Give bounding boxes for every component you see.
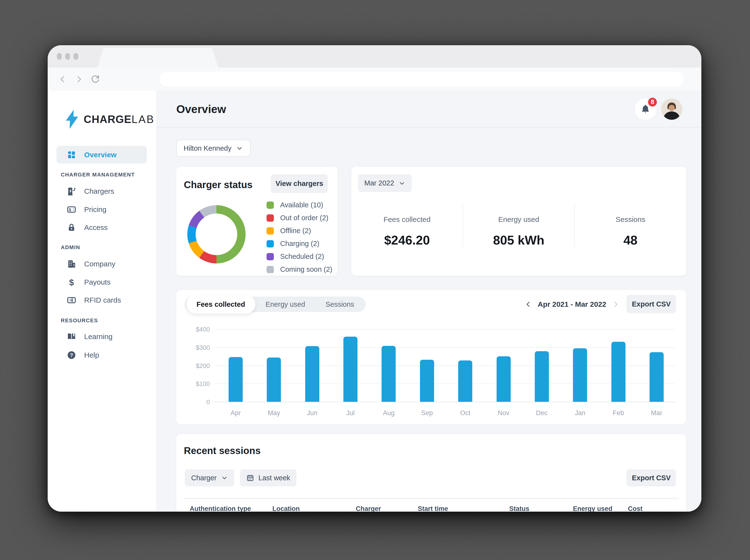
page-content: Hilton Kennedy Charger status View charg… xyxy=(157,128,702,512)
window-minimize-button[interactable] xyxy=(65,53,70,60)
column-header-energy-used: Energy used xyxy=(573,505,612,512)
date-filter-button[interactable]: Last week xyxy=(240,469,297,486)
sidebar-item-payouts[interactable]: $ Payouts xyxy=(56,273,147,291)
legend-swatch xyxy=(267,266,274,273)
sidebar-item-label: Pricing xyxy=(84,205,106,214)
reload-icon[interactable] xyxy=(90,74,101,85)
x-axis-tick-label: May xyxy=(257,409,291,417)
x-axis-tick-label: Apr xyxy=(219,409,253,417)
window-close-button[interactable] xyxy=(57,53,62,60)
export-csv-button[interactable]: Export CSV xyxy=(627,469,676,486)
gridline xyxy=(215,347,675,348)
sidebar-item-pricing[interactable]: $ Pricing xyxy=(56,201,147,218)
legend-item: Scheduled (2) xyxy=(267,250,332,263)
period-dropdown[interactable]: Mar 2022 xyxy=(358,174,412,192)
column-header-cost: Cost xyxy=(628,505,643,512)
sidebar-section-charger-management: CHARGER MANAGEMENT xyxy=(61,172,135,178)
y-axis-tick-label: $300 xyxy=(181,344,210,351)
bar-jan[interactable] xyxy=(573,348,587,402)
main-area: Overview 8 Hilton Kennedy xyxy=(157,91,702,512)
recent-sessions-title: Recent sessions xyxy=(184,445,261,456)
bar-feb[interactable] xyxy=(611,342,626,402)
sidebar-item-learning[interactable]: Learning xyxy=(56,328,147,345)
recent-sessions-card: Recent sessions Charger Last xyxy=(176,434,686,512)
svg-text:$: $ xyxy=(69,277,74,287)
date-filter-value: Last week xyxy=(258,474,290,482)
browser-tab[interactable] xyxy=(97,48,218,67)
view-chargers-button[interactable]: View chargers xyxy=(271,174,328,193)
back-icon[interactable] xyxy=(57,74,68,85)
window-maximize-button[interactable] xyxy=(74,53,78,60)
sidebar-item-label: Payouts xyxy=(84,278,111,286)
legend-item: Offline (2) xyxy=(267,224,332,237)
sidebar-item-overview[interactable]: Overview xyxy=(56,146,147,164)
bar-chart: AprMayJunJulAugSepOctNovDecJanFebMar xyxy=(215,329,675,402)
legend-swatch xyxy=(267,227,274,234)
logo-charge: CHARGE xyxy=(84,113,132,125)
charger-status-donut-chart xyxy=(187,205,245,264)
bar-oct[interactable] xyxy=(458,360,472,402)
sidebar-item-rfid-cards[interactable]: RFID cards xyxy=(56,291,147,309)
charger-filter-dropdown[interactable]: Charger xyxy=(185,469,234,486)
sessions-table-header: Authentication typeLocationChargerStart … xyxy=(184,498,678,512)
gridline xyxy=(215,402,675,402)
svg-text:$: $ xyxy=(69,208,71,212)
bar-may[interactable] xyxy=(267,357,281,402)
x-axis-tick-label: Jan xyxy=(563,409,597,417)
bar-sep[interactable] xyxy=(420,360,434,402)
chart-tab-fees-collected[interactable]: Fees collected xyxy=(186,295,255,314)
chevron-down-icon xyxy=(221,474,228,481)
export-csv-button[interactable]: Export CSV xyxy=(627,295,676,313)
sidebar-item-access[interactable]: Access xyxy=(56,219,147,236)
address-bar[interactable] xyxy=(160,72,684,87)
stat-value: 805 kWh xyxy=(463,233,574,247)
sidebar-item-company[interactable]: Company xyxy=(56,255,147,273)
legend-label: Available (10) xyxy=(280,201,323,209)
y-axis-tick-label: $100 xyxy=(181,380,210,388)
bar-jul[interactable] xyxy=(343,337,357,402)
bar-aug[interactable] xyxy=(381,346,396,402)
site-selector-dropdown[interactable]: Hilton Kennedy xyxy=(176,140,251,157)
bar-mar[interactable] xyxy=(650,352,664,402)
gridline xyxy=(215,366,675,366)
calendar-icon xyxy=(246,474,254,482)
bar-jun[interactable] xyxy=(305,346,319,402)
gridline xyxy=(215,329,675,330)
legend-label: Charging (2) xyxy=(280,240,319,248)
sidebar-item-label: Learning xyxy=(84,332,113,341)
bar-apr[interactable] xyxy=(229,357,243,402)
x-axis-tick-label: Oct xyxy=(448,409,482,417)
column-header-status: Status xyxy=(509,505,529,512)
sidebar-section-admin: ADMIN xyxy=(61,244,80,251)
stat-label: Fees collected xyxy=(351,215,462,224)
period-value: Mar 2022 xyxy=(364,179,394,187)
x-axis-tick-label: Mar xyxy=(639,409,674,417)
site-selector-value: Hilton Kennedy xyxy=(184,144,232,152)
window-controls[interactable] xyxy=(57,53,78,60)
x-axis-tick-label: Feb xyxy=(601,409,635,417)
sidebar-item-chargers[interactable]: Chargers xyxy=(56,183,147,200)
bar-nov[interactable] xyxy=(497,356,511,402)
y-axis-tick-label: $400 xyxy=(181,326,210,333)
sidebar-item-label: Help xyxy=(84,351,99,359)
dollar-icon: $ xyxy=(66,277,77,287)
lightning-bolt-icon xyxy=(65,110,79,129)
chart-tabs: Fees collectedEnergy usedSessions xyxy=(185,296,366,312)
avatar[interactable] xyxy=(661,99,683,120)
chart-tab-sessions[interactable]: Sessions xyxy=(315,296,364,312)
legend-label: Scheduled (2) xyxy=(280,252,324,261)
page-header: Overview 8 xyxy=(157,91,702,128)
logo-lab: LAB xyxy=(132,113,155,125)
chart-tab-energy-used[interactable]: Energy used xyxy=(255,296,315,312)
forward-icon[interactable] xyxy=(74,74,84,85)
notifications-button[interactable]: 8 xyxy=(635,99,656,120)
sidebar-item-help[interactable]: ? Help xyxy=(56,346,147,364)
charger-status-legend: Available (10)Out of order (2)Offline (2… xyxy=(267,199,332,276)
charger-filter-value: Charger xyxy=(191,474,217,482)
next-period-icon[interactable] xyxy=(612,300,620,308)
legend-swatch xyxy=(267,240,274,247)
column-header-charger: Charger xyxy=(356,505,381,512)
sidebar-item-label: Access xyxy=(84,223,108,232)
bar-dec[interactable] xyxy=(535,351,549,402)
prev-period-icon[interactable] xyxy=(524,300,532,308)
